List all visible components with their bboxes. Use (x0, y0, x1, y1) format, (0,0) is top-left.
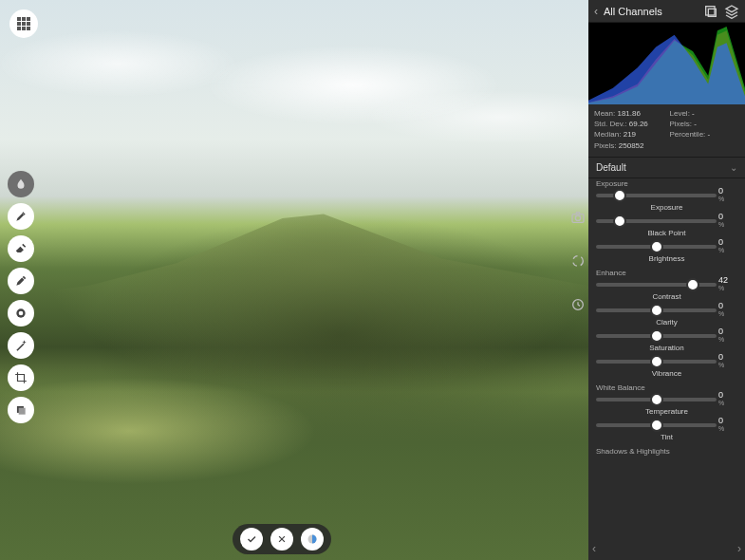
tool-smudge[interactable] (8, 171, 34, 197)
tab-camera[interactable] (569, 209, 587, 226)
blackpoint-thumb[interactable] (613, 215, 626, 228)
exposure-slider[interactable]: 0% (596, 189, 717, 202)
vibrance-thumb[interactable] (650, 355, 663, 368)
apps-icon (17, 17, 30, 30)
blackpoint-label: Black Point (596, 229, 737, 237)
history-icon (570, 297, 586, 312)
brightness-slider[interactable]: 0% (596, 240, 717, 253)
panel-tabs (568, 209, 588, 313)
temperature-label: Temperature (596, 407, 737, 416)
stat-percentile: Percentile: - (670, 129, 740, 140)
section-shadowshighlights: Shadows & Highlights (588, 444, 745, 457)
crop-icon (14, 371, 28, 384)
tool-gradient[interactable] (8, 300, 34, 327)
slider-clarity: 0%Clarity (588, 304, 745, 329)
tab-history[interactable] (569, 296, 587, 313)
check-icon (246, 533, 257, 545)
channels-button[interactable] (703, 4, 718, 19)
tool-layers[interactable] (8, 397, 34, 423)
accept-button[interactable] (240, 528, 263, 551)
stat-mean: Mean: 181.86 (594, 108, 664, 119)
tab-loading[interactable] (569, 252, 587, 270)
eraser-icon (14, 242, 28, 255)
layers-button[interactable] (724, 4, 739, 19)
vibrance-value: 0% (718, 353, 737, 368)
left-toolbar (8, 171, 34, 423)
layers-icon (724, 4, 739, 19)
image-canvas[interactable] (0, 0, 588, 560)
svg-point-1 (19, 311, 24, 316)
slider-tint: 0%Tint (588, 419, 745, 444)
page-next[interactable]: › (737, 542, 741, 555)
sliders-scroll[interactable]: Exposure 0%Exposure0%Black Point0%Bright… (588, 177, 745, 560)
camera-icon (570, 210, 586, 225)
contrast-label: Contrast (596, 292, 737, 301)
stat-median: Median: 219 (594, 129, 664, 140)
saturation-value: 0% (718, 327, 737, 343)
layers-tool-icon (14, 403, 28, 417)
contrast-thumb[interactable] (686, 278, 699, 291)
commit-bar (233, 524, 331, 554)
vibrance-label: Vibrance (596, 369, 737, 378)
temperature-slider[interactable]: 0% (596, 393, 717, 406)
cancel-button[interactable] (270, 528, 293, 551)
svg-rect-9 (706, 6, 715, 14)
panel-title[interactable]: All Channels (604, 6, 698, 17)
back-button[interactable]: ‹ (594, 5, 598, 18)
brightness-label: Brightness (596, 254, 737, 263)
sun-patch (0, 369, 324, 493)
page-prev[interactable]: ‹ (592, 542, 596, 555)
blackpoint-slider[interactable]: 0% (596, 215, 717, 228)
brightness-value: 0% (718, 238, 737, 253)
svg-point-7 (573, 256, 584, 267)
slider-temperature: 0%Temperature (588, 393, 745, 419)
chevron-down-icon: ⌄ (730, 162, 737, 173)
svg-rect-3 (19, 408, 26, 415)
preset-dropdown[interactable]: Default ⌄ (588, 158, 745, 178)
clarity-thumb[interactable] (650, 304, 663, 317)
apps-button[interactable] (9, 9, 38, 38)
clarity-label: Clarity (596, 318, 737, 327)
smudge-icon (14, 177, 28, 191)
compare-button[interactable] (301, 528, 324, 551)
saturation-thumb[interactable] (650, 329, 663, 343)
vibrance-slider[interactable]: 0% (596, 355, 717, 368)
tint-thumb[interactable] (650, 419, 663, 432)
exposure-thumb[interactable] (613, 189, 626, 202)
histogram[interactable] (588, 23, 745, 104)
tool-eraser[interactable] (8, 235, 34, 262)
sky (0, 0, 588, 213)
channels-icon (703, 4, 718, 19)
tool-magicwand[interactable] (8, 332, 34, 359)
tool-crop[interactable] (8, 364, 34, 391)
tool-dropper[interactable] (8, 268, 34, 294)
split-icon (307, 533, 318, 545)
adjustments-panel: ‹ All Channels Mean: 181.86 Level: - Std… (588, 0, 745, 560)
gradient-icon (14, 307, 28, 320)
slider-saturation: 0%Saturation (588, 329, 745, 355)
contrast-slider[interactable]: 42% (596, 278, 717, 291)
tint-value: 0% (718, 417, 737, 432)
stat-level: Level: - (670, 108, 740, 119)
clarity-value: 0% (718, 302, 737, 317)
stat-pixels2: Pixels: - (670, 119, 740, 129)
slider-brightness: 0%Brightness (588, 240, 745, 266)
blackpoint-value: 0% (718, 213, 737, 228)
slider-vibrance: 0%Vibrance (588, 355, 745, 381)
temperature-value: 0% (718, 391, 737, 406)
slider-blackpoint: 0%Black Point (588, 215, 745, 240)
clarity-slider[interactable]: 0% (596, 304, 717, 317)
stat-stddev: Std. Dev.: 69.26 (594, 119, 664, 129)
tool-brush[interactable] (8, 203, 34, 230)
dropper-icon (14, 274, 28, 288)
slider-contrast: 42%Contrast (588, 278, 745, 304)
magicwand-icon (14, 339, 28, 352)
brightness-thumb[interactable] (650, 240, 663, 253)
tint-label: Tint (596, 433, 737, 441)
saturation-slider[interactable]: 0% (596, 329, 717, 343)
contrast-value: 42% (718, 276, 737, 291)
tint-slider[interactable]: 0% (596, 419, 717, 432)
panel-header: ‹ All Channels (588, 0, 745, 23)
svg-point-6 (575, 215, 580, 220)
temperature-thumb[interactable] (650, 393, 663, 406)
